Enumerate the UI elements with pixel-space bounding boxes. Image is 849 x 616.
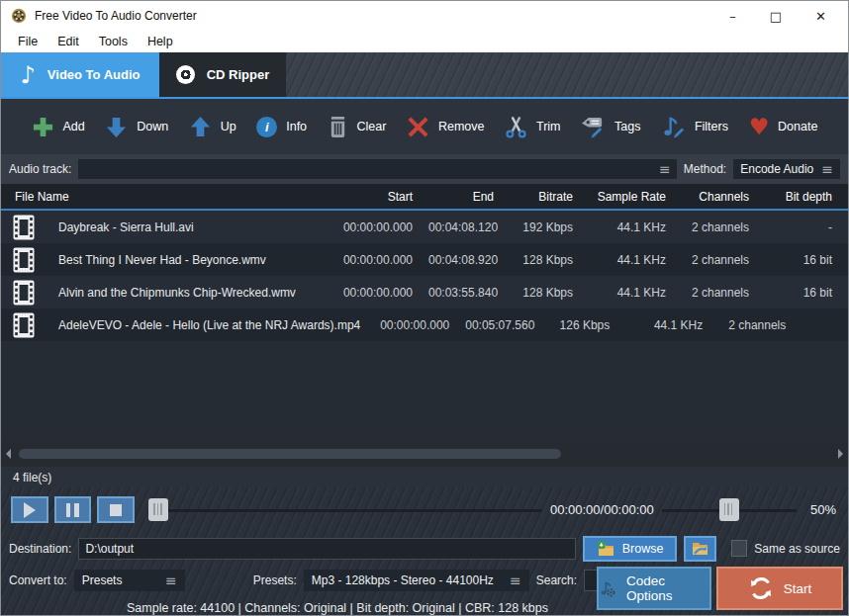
seek-slider[interactable] [148,498,542,522]
presets-label: Presets: [253,573,297,587]
play-icon [24,502,36,518]
arrow-down-icon [105,116,128,138]
start-button[interactable]: Start [716,567,843,610]
col-file-name[interactable]: File Name [1,190,339,204]
hamburger-icon: ≡ [165,573,177,587]
tags-button[interactable]: Tags [581,116,640,138]
film-icon [13,312,35,338]
app-icon [11,8,27,24]
status-bar: 4 file(s) [1,467,848,487]
hamburger-icon: ≡ [659,162,671,176]
file-table-header: File Name Start End Bitrate Sample Rate … [1,184,848,211]
volume-percent: 50% [797,502,838,517]
audio-track-select[interactable]: ≡ [78,159,676,179]
film-icon [13,215,35,240]
col-sample-rate[interactable]: Sample Rate [589,190,682,204]
note-gear-icon [599,579,616,598]
col-channels[interactable]: Channels [682,190,765,204]
col-start[interactable]: Start [339,190,428,204]
maximize-button[interactable]: □ [770,9,782,24]
table-row[interactable]: AdeleVEVO - Adele - Hello (Live at the N… [1,308,848,341]
move-up-button[interactable]: Up [189,116,236,138]
audio-track-row: Audio track: ≡ Method: Encode Audio ≡ [1,154,848,184]
title-bar: Free Video To Audio Converter – □ ✕ [1,1,848,31]
clear-button[interactable]: Clear [328,116,387,138]
plus-icon [32,116,54,138]
x-icon [407,116,429,138]
same-as-source-label: Same as source [754,542,840,556]
codec-options-button[interactable]: Codec Options [597,567,711,610]
col-bit-depth[interactable]: Bit depth [765,190,848,204]
table-row[interactable]: Daybreak - Sierra Hull.avi 00:00:00.000 … [1,211,848,243]
heart-icon: ♥ [748,116,769,138]
same-as-source-checkbox[interactable] [731,540,748,557]
trim-button[interactable]: Trim [505,116,561,138]
menu-file[interactable]: File [9,33,47,50]
scroll-right-icon[interactable] [838,449,843,459]
col-end[interactable]: End [428,190,510,204]
move-down-button[interactable]: Down [105,116,168,138]
pause-icon [66,503,79,517]
film-icon [13,247,35,273]
folder-download-icon [597,541,614,557]
bottom-panel: 00:00:00/00:00:00 50% Destination: Brows… [1,487,848,616]
browse-button[interactable]: Browse [583,536,678,562]
volume-slider[interactable] [662,498,798,522]
convert-to-label: Convert to: [9,573,67,587]
hamburger-icon: ≡ [821,162,833,176]
filters-button[interactable]: Filters [661,116,728,138]
folder-go-icon [692,541,709,557]
menu-edit[interactable]: Edit [48,33,88,50]
menu-tools[interactable]: Tools [90,33,137,50]
menu-help[interactable]: Help [139,33,182,50]
method-label: Method: [684,162,726,176]
destination-row: Destination: Browse [1,532,848,565]
file-name: Daybreak - Sierra Hull.avi [58,220,194,234]
refresh-icon [748,575,774,601]
info-button[interactable]: i Info [256,117,307,137]
close-button[interactable]: ✕ [815,9,826,24]
volume-slider-thumb[interactable] [719,498,739,521]
player-row: 00:00:00/00:00:00 50% [1,487,848,532]
tab-cd-ripper[interactable]: CD Ripper [159,52,286,97]
method-select[interactable]: Encode Audio ≡ [733,159,840,179]
film-icon [13,280,35,306]
stop-button[interactable] [97,496,135,523]
file-name: Best Thing I Never Had - Beyonce.wmv [58,253,266,267]
trash-icon [328,116,348,138]
audio-track-label: Audio track: [9,162,71,176]
toolbar: Add Down Up i Info Clear Remove [1,99,848,154]
donate-button[interactable]: ♥ Donate [748,116,817,138]
destination-input[interactable] [78,538,575,560]
remove-button[interactable]: Remove [407,116,485,138]
encode-summary: Sample rate: 44100 | Channels: Original … [1,601,634,615]
file-count: 4 file(s) [13,471,51,484]
file-table: Daybreak - Sierra Hull.avi 00:00:00.000 … [1,211,848,441]
tab-video-to-audio[interactable]: ♪ Video To Audio [1,52,159,97]
tab-label: CD Ripper [207,67,270,82]
note-pencil-icon [661,116,686,138]
app-window: Free Video To Audio Converter – □ ✕ File… [0,0,849,616]
convert-type-select[interactable]: Presets ≡ [74,570,185,591]
presets-select[interactable]: Mp3 - 128kbps - Stereo - 44100Hz ≡ [304,570,529,591]
play-button[interactable] [11,496,48,523]
table-row[interactable]: Best Thing I Never Had - Beyonce.wmv 00:… [1,243,848,276]
pause-button[interactable] [54,496,92,523]
col-bitrate[interactable]: Bitrate [510,190,589,204]
seek-slider-thumb[interactable] [148,498,168,521]
menu-bar: File Edit Tools Help [1,31,848,52]
info-icon: i [256,117,277,137]
scroll-left-icon[interactable] [6,449,11,459]
file-name: Alvin and the Chipmunks Chip-Wrecked.wmv [58,286,296,300]
horizontal-scrollbar[interactable] [1,441,848,467]
music-note-icon: ♪ [21,63,36,87]
file-name: AdeleVEVO - Adele - Hello (Live at the N… [58,318,360,332]
open-folder-button[interactable] [684,536,715,562]
add-button[interactable]: Add [32,116,85,138]
stop-icon [110,504,122,516]
scrollbar-thumb[interactable] [19,449,561,459]
table-row[interactable]: Alvin and the Chipmunks Chip-Wrecked.wmv… [1,276,848,308]
minimize-button[interactable]: – [729,9,736,24]
cd-icon [176,65,195,84]
hamburger-icon: ≡ [510,573,521,587]
